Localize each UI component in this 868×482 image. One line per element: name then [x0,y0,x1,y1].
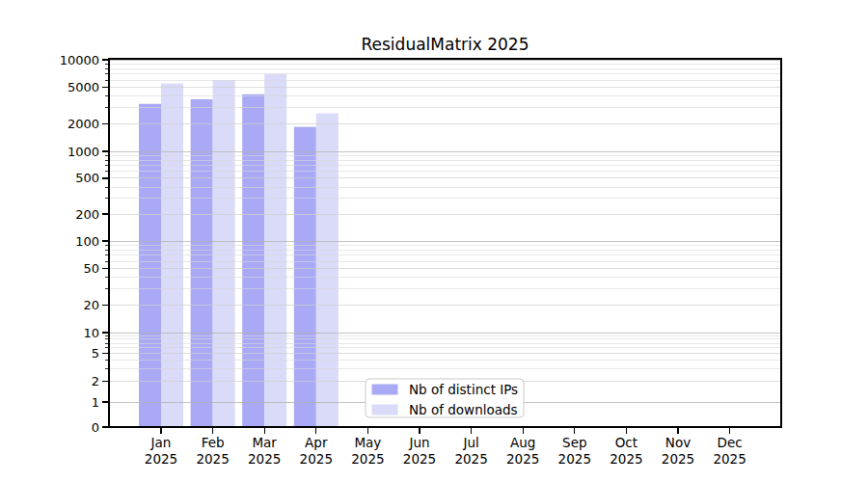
legend-label-downloads: Nb of downloads [409,402,518,417]
x-tick-label-nov: Nov [665,435,691,450]
legend: Nb of distinct IPs Nb of downloads [366,379,524,417]
x-tick-label-apr: Apr [305,435,328,450]
legend-swatch-downloads-icon [372,405,398,415]
x-tick-year-jul: 2025 [454,451,487,467]
x-tick-year-dec: 2025 [713,451,746,467]
bar-jan-distinct-ips [139,104,161,427]
x-tick-year-nov: 2025 [662,451,694,467]
chart-title: ResidualMatrix 2025 [362,35,529,54]
y-tick-label: 10 [83,326,99,340]
bar-mar-distinct-ips [242,94,264,427]
x-tick-label-oct: Oct [615,435,637,450]
y-tick-label: 1000 [68,145,99,159]
y-tick-label: 1 [92,395,99,410]
x-tick-year-oct: 2025 [610,451,642,467]
y-tick-label: 0 [92,420,99,435]
legend-swatch-distinct-ips-icon [372,385,398,395]
x-tick-label-jun: Jun [408,435,429,450]
y-tick-label: 50 [83,261,99,276]
bar-feb-distinct-ips [191,99,213,427]
x-tick-year-aug: 2025 [506,451,539,467]
x-tick-label-jan: Jan [150,435,172,450]
x-tick-year-feb: 2025 [196,451,229,467]
x-tick-label-may: May [354,435,381,450]
bar-chart: 100005000200010005002001005020105210Jan2… [0,0,868,482]
y-tick-label: 20 [83,298,99,312]
legend-label-distinct-ips: Nb of distinct IPs [409,382,518,397]
y-tick-label: 2000 [68,117,99,131]
x-tick-label-feb: Feb [202,435,225,450]
x-tick-label-mar: Mar [252,435,277,450]
figure: 100005000200010005002001005020105210Jan2… [0,0,868,482]
y-tick-label: 5000 [68,80,99,94]
x-tick-year-sep: 2025 [558,451,591,467]
x-tick-label-aug: Aug [510,435,535,450]
x-tick-year-may: 2025 [351,451,384,467]
y-tick-label: 500 [75,171,99,185]
y-tick-label: 200 [75,207,99,222]
bar-mar-downloads [264,74,286,427]
y-tick-label: 100 [75,234,99,249]
x-tick-year-jan: 2025 [145,451,177,467]
x-tick-year-apr: 2025 [300,451,333,467]
x-tick-year-jun: 2025 [403,451,436,467]
bar-feb-downloads [213,80,235,427]
x-tick-label-sep: Sep [562,435,586,450]
y-tick-label: 10000 [60,53,99,67]
x-tick-label-jul: Jul [462,435,478,450]
y-tick-label: 2 [92,374,99,388]
x-tick-year-mar: 2025 [248,451,281,467]
y-tick-label: 5 [92,346,99,361]
x-tick-label-dec: Dec [718,435,743,450]
